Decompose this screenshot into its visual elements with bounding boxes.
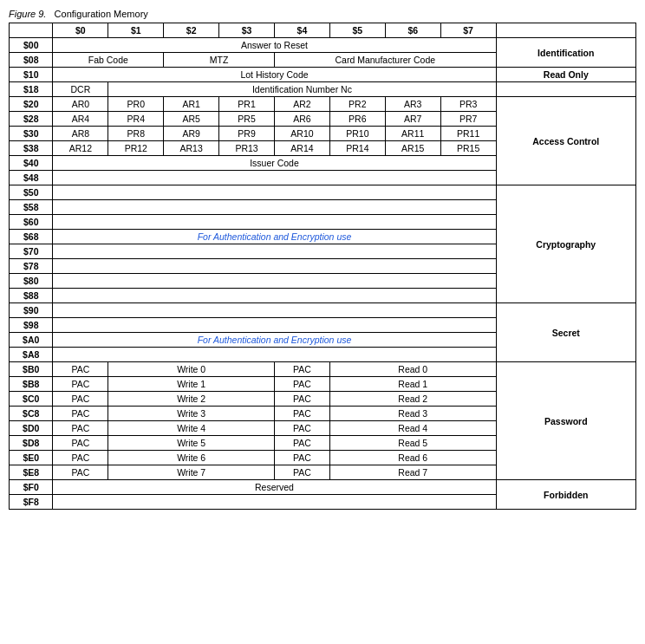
table-row: $B0PACWrite 0PACRead 0Password bbox=[10, 362, 636, 377]
addr-cell: $78 bbox=[10, 259, 53, 274]
addr-cell: $38 bbox=[10, 141, 53, 156]
data-cell: PR6 bbox=[329, 112, 385, 127]
data-cell: PAC bbox=[53, 392, 108, 407]
section-label: Read Only bbox=[496, 68, 635, 82]
data-cell: PAC bbox=[275, 421, 330, 436]
addr-cell: $08 bbox=[10, 53, 53, 68]
addr-cell: $68 bbox=[10, 230, 53, 244]
addr-cell: $F0 bbox=[10, 480, 53, 495]
data-cell: AR1 bbox=[164, 97, 219, 112]
table-row: $90Secret bbox=[10, 303, 636, 318]
addr-cell: $E0 bbox=[10, 451, 53, 465]
col-1: $1 bbox=[108, 23, 164, 38]
data-cell: AR3 bbox=[385, 97, 440, 112]
section-label: Secret bbox=[496, 303, 635, 362]
data-cell: PAC bbox=[275, 451, 330, 465]
addr-cell: $F8 bbox=[10, 495, 53, 510]
data-cell: PR3 bbox=[440, 97, 496, 112]
data-cell: PR14 bbox=[329, 141, 385, 156]
section-label: Access Control bbox=[496, 97, 635, 185]
data-cell: Write 5 bbox=[108, 436, 275, 451]
table-row: $50Cryptography bbox=[10, 185, 636, 200]
table-row: $20AR0PR0AR1PR1AR2PR2AR3PR3Access Contro… bbox=[10, 97, 636, 112]
section-label bbox=[496, 82, 635, 97]
data-cell: Read 0 bbox=[329, 362, 496, 377]
col-2: $2 bbox=[164, 23, 219, 38]
addr-cell: $B0 bbox=[10, 362, 53, 377]
addr-cell: $10 bbox=[10, 68, 53, 82]
addr-cell: $98 bbox=[10, 318, 53, 333]
data-cell bbox=[53, 171, 496, 185]
data-cell: Fab Code bbox=[53, 53, 164, 68]
col-4: $4 bbox=[275, 23, 330, 38]
data-cell: AR8 bbox=[53, 127, 108, 141]
data-cell: Write 1 bbox=[108, 377, 275, 392]
figure-title: Figure 9. Configuration Memory bbox=[9, 9, 636, 19]
data-cell: PAC bbox=[53, 377, 108, 392]
addr-cell: $70 bbox=[10, 244, 53, 259]
data-cell bbox=[53, 318, 496, 333]
data-cell: PR0 bbox=[108, 97, 164, 112]
data-cell: Card Manufacturer Code bbox=[275, 53, 497, 68]
data-cell: PR11 bbox=[440, 127, 496, 141]
data-cell bbox=[53, 259, 496, 274]
data-cell: AR12 bbox=[53, 141, 108, 156]
data-cell: PAC bbox=[53, 436, 108, 451]
addr-cell: $40 bbox=[10, 156, 53, 171]
addr-cell: $88 bbox=[10, 289, 53, 303]
data-cell: AR14 bbox=[275, 141, 330, 156]
data-cell: PR9 bbox=[219, 127, 275, 141]
data-cell: Write 3 bbox=[108, 407, 275, 421]
addr-cell: $E8 bbox=[10, 465, 53, 480]
data-cell: Read 3 bbox=[329, 407, 496, 421]
section-label: Password bbox=[496, 362, 635, 480]
data-cell: PR4 bbox=[108, 112, 164, 127]
col-6: $6 bbox=[385, 23, 440, 38]
data-cell: PAC bbox=[53, 451, 108, 465]
data-cell: PR1 bbox=[219, 97, 275, 112]
addr-cell: $00 bbox=[10, 38, 53, 53]
data-cell: PR8 bbox=[108, 127, 164, 141]
data-cell bbox=[53, 303, 496, 318]
data-cell: PAC bbox=[275, 377, 330, 392]
data-cell: AR9 bbox=[164, 127, 219, 141]
addr-cell: $18 bbox=[10, 82, 53, 97]
data-cell: AR13 bbox=[164, 141, 219, 156]
col-0: $0 bbox=[53, 23, 108, 38]
data-cell: Lot History Code bbox=[53, 68, 496, 82]
data-cell: For Authentication and Encryption use bbox=[53, 230, 496, 244]
data-cell: PR12 bbox=[108, 141, 164, 156]
data-cell bbox=[53, 348, 496, 362]
addr-cell: $28 bbox=[10, 112, 53, 127]
data-cell bbox=[53, 244, 496, 259]
data-cell: PR2 bbox=[329, 97, 385, 112]
data-cell: PR15 bbox=[440, 141, 496, 156]
addr-cell: $48 bbox=[10, 171, 53, 185]
addr-cell: $50 bbox=[10, 185, 53, 200]
addr-cell: $C0 bbox=[10, 392, 53, 407]
col-addr bbox=[10, 23, 53, 38]
col-5: $5 bbox=[329, 23, 385, 38]
addr-cell: $20 bbox=[10, 97, 53, 112]
addr-cell: $90 bbox=[10, 303, 53, 318]
addr-cell: $D8 bbox=[10, 436, 53, 451]
data-cell: AR0 bbox=[53, 97, 108, 112]
data-cell: AR7 bbox=[385, 112, 440, 127]
table-row: $00Answer to ResetIdentification bbox=[10, 38, 636, 53]
data-cell: PR5 bbox=[219, 112, 275, 127]
data-cell: AR10 bbox=[275, 127, 330, 141]
data-cell: Write 2 bbox=[108, 392, 275, 407]
data-cell: PAC bbox=[53, 421, 108, 436]
table-row: $F0ReservedForbidden bbox=[10, 480, 636, 495]
section-label: Cryptography bbox=[496, 185, 635, 303]
col-label bbox=[496, 23, 635, 38]
data-cell: Read 7 bbox=[329, 465, 496, 480]
data-cell bbox=[53, 274, 496, 289]
addr-cell: $C8 bbox=[10, 407, 53, 421]
data-cell: For Authentication and Encryption use bbox=[53, 333, 496, 348]
data-cell: MTZ bbox=[164, 53, 275, 68]
data-cell: Write 6 bbox=[108, 451, 275, 465]
data-cell: Issuer Code bbox=[53, 156, 496, 171]
addr-cell: $B8 bbox=[10, 377, 53, 392]
data-cell: PAC bbox=[53, 362, 108, 377]
